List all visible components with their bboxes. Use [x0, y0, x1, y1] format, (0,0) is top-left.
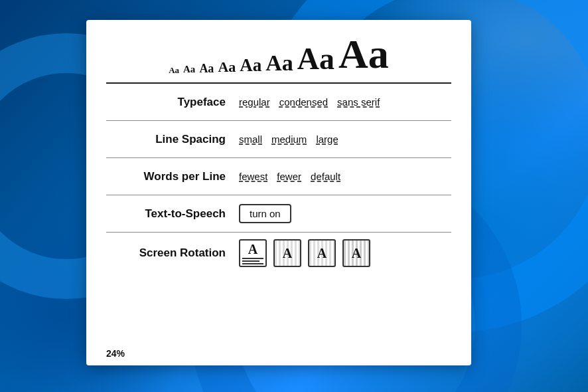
rotation-icon-1-letter: A — [283, 246, 292, 261]
rotation-icon-1[interactable]: A — [273, 239, 301, 267]
font-preview-s: Aa — [183, 64, 195, 74]
typeface-condensed[interactable]: condensed — [279, 96, 328, 108]
rotation-icon-2[interactable]: A — [308, 239, 336, 267]
typeface-sans-serif[interactable]: sans serif — [337, 96, 380, 108]
words-fewest[interactable]: fewest — [239, 171, 267, 182]
words-fewer[interactable]: fewer — [277, 171, 301, 182]
rotation-icons: A A A — [239, 239, 370, 267]
typeface-regular[interactable]: regular — [239, 96, 270, 108]
settings-panel: Aa Aa Aa Aa Aa Aa Aa Aa Typeface regular… — [86, 20, 471, 365]
words-default[interactable]: default — [311, 171, 340, 182]
rotation-icon-3[interactable]: A — [342, 239, 370, 267]
words-per-line-row: Words per Line fewest fewer default — [106, 158, 451, 195]
line-spacing-medium[interactable]: medium — [271, 134, 307, 145]
font-preview-ml: Aa — [240, 56, 261, 74]
rotation-icon-3-letter: A — [352, 246, 361, 261]
font-preview-m: Aa — [218, 60, 236, 74]
turn-on-button[interactable]: turn on — [239, 204, 291, 223]
words-per-line-label: Words per Line — [106, 170, 239, 183]
line-spacing-large[interactable]: large — [316, 134, 338, 145]
line-spacing-small[interactable]: small — [239, 134, 262, 145]
typeface-options: regular condensed sans serif — [239, 96, 380, 108]
line-spacing-row: Line Spacing small medium large — [106, 121, 451, 158]
rotation-icon-0[interactable]: A — [239, 239, 267, 267]
font-preview-sm: Aa — [199, 62, 214, 74]
screen-rotation-label: Screen Rotation — [106, 246, 239, 260]
text-to-speech-options: turn on — [239, 204, 291, 223]
font-preview-l: Aa — [265, 52, 293, 74]
line-spacing-label: Line Spacing — [106, 133, 239, 146]
screen-rotation-row: Screen Rotation A A — [106, 233, 451, 274]
font-preview-row: Aa Aa Aa Aa Aa Aa Aa Aa — [106, 33, 451, 84]
typeface-row: Typeface regular condensed sans serif — [106, 84, 451, 121]
rotation-icon-0-letter: A — [248, 242, 257, 257]
font-preview-xl: Aa — [297, 44, 334, 74]
background: Aa Aa Aa Aa Aa Aa Aa Aa Typeface regular… — [0, 0, 588, 392]
text-to-speech-label: Text-to-Speech — [106, 207, 239, 221]
font-preview-xxl: Aa — [338, 33, 389, 74]
rotation-icon-2-letter: A — [317, 246, 327, 261]
text-to-speech-row: Text-to-Speech turn on — [106, 195, 451, 233]
zoom-label: 24% — [106, 348, 125, 359]
font-preview-xs: Aa — [169, 66, 179, 74]
typeface-label: Typeface — [106, 96, 239, 109]
words-per-line-options: fewest fewer default — [239, 171, 340, 182]
line-spacing-options: small medium large — [239, 134, 338, 145]
settings-rows: Typeface regular condensed sans serif Li… — [106, 84, 451, 355]
